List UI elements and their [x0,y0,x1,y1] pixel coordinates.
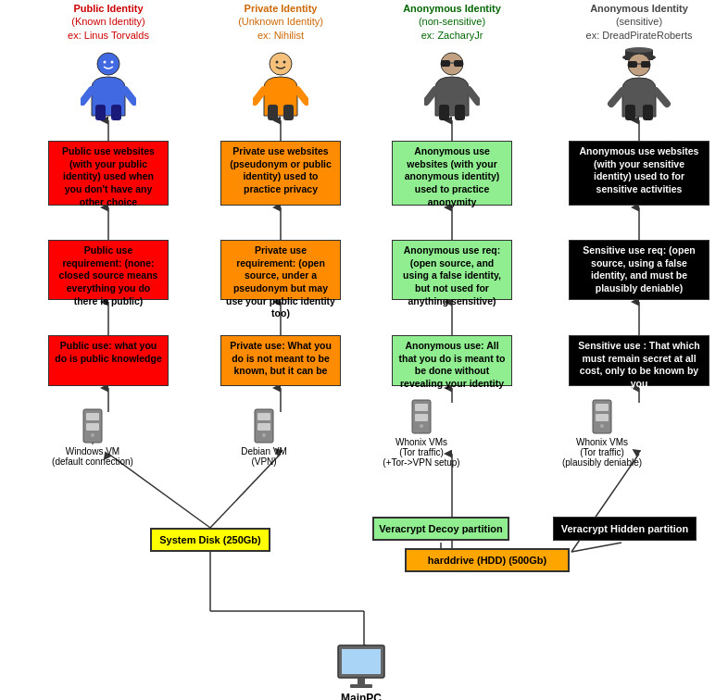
col3-header: Anonymous Identity (non-sensitive) ex: Z… [392,2,512,42]
svg-rect-62 [415,404,428,411]
col4-box1: Anonymous use websites (with your sensit… [569,141,709,206]
svg-rect-58 [257,413,270,420]
svg-point-60 [262,433,266,437]
svg-point-55 [91,433,94,437]
svg-rect-50 [625,105,635,120]
svg-point-64 [420,424,423,428]
svg-rect-59 [257,423,270,431]
mainpc: MainPC [315,644,408,700]
svg-rect-36 [283,105,294,120]
svg-rect-41 [439,105,449,120]
svg-point-29 [111,61,114,64]
system-disk: System Disk (250Gb) [150,528,270,552]
svg-rect-71 [358,678,365,685]
col3-box2: Anonymous use req: (open source, and usi… [392,240,512,300]
svg-rect-42 [455,105,465,120]
svg-point-32 [270,53,292,75]
svg-rect-53 [86,413,99,420]
col4-box3: Sensitive use : That which must remain s… [569,335,709,386]
col1-box2: Public use requirement: (none: closed so… [48,240,169,300]
svg-line-26 [571,543,621,552]
svg-rect-38 [441,60,450,67]
svg-rect-51 [643,105,653,120]
col4-header: Anonymous Identity (sensitive) ex: Dread… [569,2,709,42]
svg-point-28 [104,61,107,64]
svg-rect-70 [342,649,381,674]
col2-box3: Private use: What you do is not meant to… [220,335,341,386]
col1-box3: Public use: what you do is public knowle… [48,335,169,386]
veracrypt-decoy: Veracrypt Decoy partition [372,517,509,541]
svg-rect-67 [596,414,609,421]
vm2: Debian VM (VPN) [222,407,306,467]
vm3: Whonix VMs (Tor traffic) (+Tor->VPN setu… [380,398,463,468]
col2-box2: Private use requirement: (open source, u… [220,240,341,300]
svg-rect-30 [95,105,106,120]
svg-point-27 [97,53,119,75]
col1-box1: Public use websites (with your public id… [48,141,169,206]
col3-box3: Anonymous use: All that you do is meant … [392,335,512,386]
svg-point-34 [283,61,286,64]
svg-rect-54 [86,423,99,431]
svg-point-33 [276,61,279,64]
vm1: Windows VM (default connection) [51,407,134,467]
col2-box1: Private use websites (pseudonym or publi… [220,141,341,206]
svg-rect-35 [268,105,278,120]
col2-header: Private Identity (Unknown Identity) ex: … [220,2,341,42]
svg-point-45 [625,47,653,53]
svg-rect-31 [111,105,121,120]
svg-rect-39 [454,60,463,67]
vm4: Whonix VMs (Tor traffic) (plausibly deni… [556,398,648,468]
svg-rect-72 [350,684,372,688]
avatar-col4 [607,46,672,120]
diagram: Public Identity (Known Identity) ex: Lin… [0,0,728,700]
col3-box1: Anonymous use websites (with your anonym… [392,141,512,206]
svg-point-68 [600,424,604,428]
col1-header: Public Identity (Known Identity) ex: Lin… [48,2,169,42]
veracrypt-hidden: Veracrypt Hidden partition [553,517,697,541]
avatar-col1 [76,51,141,120]
svg-rect-48 [641,61,650,68]
avatar-col2 [248,51,313,120]
svg-rect-47 [628,61,637,68]
svg-rect-66 [596,404,609,411]
col4-box2: Sensitive use req: (open source, using a… [569,240,709,300]
svg-rect-63 [415,414,428,421]
avatar-col3 [420,51,484,120]
hdd: harddrive (HDD) (500Gb) [405,548,570,572]
